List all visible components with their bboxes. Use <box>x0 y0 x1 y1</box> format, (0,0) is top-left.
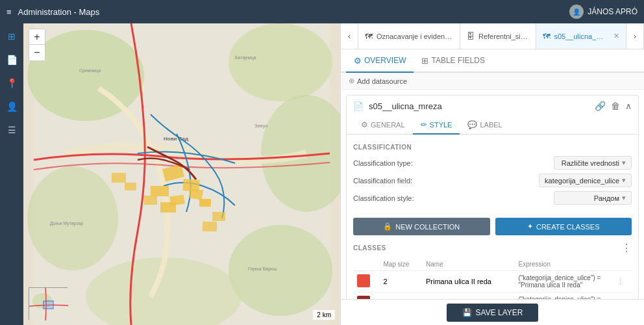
tab-bar: ‹ 🗺 Oznacavanje i evidencija ... 🗄 Refer… <box>341 23 644 49</box>
table-row: 2 Primana ulica I reda ("kategorija_deni… <box>353 292 632 300</box>
svg-rect-15 <box>112 173 126 183</box>
classification-field-value: kategorija_denice_ulice ▾ <box>444 174 632 187</box>
zoom-out-button[interactable]: − <box>29 45 45 60</box>
col-actions <box>613 258 632 271</box>
app-title: Administration - Maps <box>18 7 570 17</box>
general-icon: ⚙ <box>361 120 368 129</box>
tab-map-icon-2: 🗺 <box>543 32 551 41</box>
tab-ulicna-mreza[interactable]: 🗺 s05__ulicna_mreza ✕ <box>536 23 627 49</box>
panel-content: ⊕ Add datasource 📄 s05__ulicna_mreza 🔗 🗑… <box>341 73 644 299</box>
svg-rect-12 <box>199 199 211 207</box>
dropdown-arrow-icon-2: ▾ <box>622 176 626 185</box>
layer-subtab-label[interactable]: 💬 LABEL <box>460 116 510 135</box>
user-info: 👤 JÁNOS APRÓ <box>569 5 638 19</box>
save-layer-button[interactable]: 💾 SAVE LAYER <box>447 304 539 322</box>
tab-table-fields[interactable]: ⊞ TABLE FIELDS <box>414 49 492 73</box>
svg-rect-18 <box>203 222 217 231</box>
layer-subtabs: ⚙ GENERAL ✏ STYLE 💬 LABEL <box>347 116 638 135</box>
tab-prev-button[interactable]: ‹ <box>341 23 358 49</box>
classification-style-value: Рандом ▾ <box>444 191 632 205</box>
main-layout: ⊞ 📄 📍 👤 ☰ <box>0 23 644 325</box>
sparkle-icon: ✦ <box>527 222 533 231</box>
menu-toggle-icon[interactable]: ≡ <box>6 7 12 17</box>
save-bar: 💾 SAVE LAYER <box>341 299 644 325</box>
expression-cell-0: ("kategorija_denice_ulice") = "Primana u… <box>514 271 612 292</box>
layer-collapse-button[interactable]: ∧ <box>625 101 632 111</box>
tab-next-button[interactable]: › <box>626 23 644 49</box>
create-classes-button[interactable]: ✦ CREATE CLASSES <box>495 218 632 235</box>
panel-tabs: ⚙ OVERVIEW ⊞ TABLE FIELDS <box>341 49 644 73</box>
classification-type-label: Classification type: <box>353 159 444 167</box>
layer-subtab-style[interactable]: ✏ STYLE <box>413 116 460 135</box>
map-scale: 2 km <box>313 310 335 320</box>
layer-name: s05__ulicna_mreza <box>369 101 589 111</box>
map-thumbnail <box>29 287 68 320</box>
sidebar-icon-person[interactable]: 👤 <box>4 99 19 114</box>
new-collection-button[interactable]: 🔒 NEW COLLECTION <box>353 218 490 235</box>
table-row: 2 Primana ulica II reda ("kategorija_den… <box>353 271 632 292</box>
name-cell-1: Primana ulica I reda <box>422 292 514 300</box>
tab-overview[interactable]: ⚙ OVERVIEW <box>346 49 414 73</box>
lock-icon: 🔒 <box>383 222 392 231</box>
classes-section: CLASSES ⋮ Map size Name Expression <box>353 242 632 299</box>
svg-text:Земун: Земун <box>254 124 268 129</box>
color-cell-0[interactable] <box>353 271 379 292</box>
layer-subtab-general[interactable]: ⚙ GENERAL <box>353 116 413 135</box>
save-icon: 💾 <box>462 308 472 317</box>
tab-db-icon: 🗄 <box>467 32 475 41</box>
dropdown-arrow-icon-3: ▾ <box>622 194 626 202</box>
svg-point-2 <box>229 23 332 101</box>
layer-header: 📄 s05__ulicna_mreza 🔗 🗑 ∧ <box>347 96 638 116</box>
classification-style-label: Classification style: <box>353 194 444 202</box>
layer-section: 📄 s05__ulicna_mreza 🔗 🗑 ∧ ⚙ GENERAL <box>346 95 639 299</box>
classification-style-row: Classification style: Рандом ▾ <box>353 191 632 205</box>
classification-style-dropdown[interactable]: Рандом ▾ <box>554 191 632 205</box>
dropdown-arrow-icon: ▾ <box>622 159 626 167</box>
classes-header: CLASSES ⋮ <box>353 242 632 254</box>
map-svg: Сремчица Батајница Земун Нови Сад Доњи М… <box>23 23 340 325</box>
zoom-in-button[interactable]: + <box>29 29 45 45</box>
mapsize-cell-0: 2 <box>379 271 422 292</box>
row-menu-0[interactable]: ⋮ <box>613 271 632 292</box>
expression-cell-1: ("kategorija_denice_ulice") = "Primana u… <box>514 292 612 300</box>
classification-type-row: Classification type: Različite vrednosti… <box>353 156 632 170</box>
topbar: ≡ Administration - Maps 👤 JÁNOS APRÓ <box>0 0 644 23</box>
right-panel: ‹ 🗺 Oznacavanje i evidencija ... 🗄 Refer… <box>340 23 644 325</box>
classification-field-row: Classification field: kategorija_denice_… <box>353 174 632 187</box>
classification-type-value: Različite vrednosti ▾ <box>444 156 632 170</box>
tab-referentni[interactable]: 🗄 Referentni_sistem <box>460 23 536 49</box>
svg-rect-17 <box>212 212 225 221</box>
sidebar-icon-file[interactable]: 📄 <box>4 52 19 68</box>
classification-type-dropdown[interactable]: Različite vrednosti ▾ <box>554 156 632 170</box>
tab-close-button[interactable]: ✕ <box>613 32 619 40</box>
tab-oznacavanje[interactable]: 🗺 Oznacavanje i evidencija ... <box>358 23 460 49</box>
row-menu-1[interactable]: ⋮ <box>613 292 632 300</box>
color-cell-1[interactable] <box>353 292 379 300</box>
add-datasource-row[interactable]: ⊕ Add datasource <box>341 73 644 90</box>
svg-text:Батајница: Батајница <box>235 55 256 60</box>
classification-field-label: Classification field: <box>353 177 444 185</box>
left-sidebar: ⊞ 📄 📍 👤 ☰ <box>0 23 23 325</box>
name-cell-0: Primana ulica II reda <box>422 271 514 292</box>
sidebar-icon-menu[interactable]: ☰ <box>4 122 19 138</box>
sidebar-icon-pin[interactable]: 📍 <box>4 75 19 91</box>
mapsize-cell-1: 2 <box>379 292 422 300</box>
svg-point-4 <box>27 166 118 270</box>
svg-text:Горња Варош: Горња Варош <box>248 266 277 272</box>
sidebar-icon-layers[interactable]: ⊞ <box>4 29 19 44</box>
classes-menu-button[interactable]: ⋮ <box>621 242 632 254</box>
svg-text:Нови Сад: Нови Сад <box>164 136 188 142</box>
layer-link-button[interactable]: 🔗 <box>595 101 606 111</box>
svg-text:Доњи Мутаузар: Доњи Мутаузар <box>50 221 83 226</box>
svg-rect-14 <box>144 196 157 205</box>
action-buttons-row: 🔒 NEW COLLECTION ✦ CREATE CLASSES <box>353 218 632 235</box>
user-name: JÁNOS APRÓ <box>588 7 638 16</box>
col-name: Name <box>422 258 514 271</box>
classes-title: CLASSES <box>353 244 621 252</box>
overview-icon: ⚙ <box>354 56 362 66</box>
color-swatch-0[interactable] <box>357 274 370 287</box>
classification-title: CLASSIFICATION <box>353 144 632 151</box>
layer-delete-button[interactable]: 🗑 <box>611 101 620 111</box>
col-color <box>353 258 379 271</box>
classification-field-dropdown[interactable]: kategorija_denice_ulice ▾ <box>539 174 632 187</box>
